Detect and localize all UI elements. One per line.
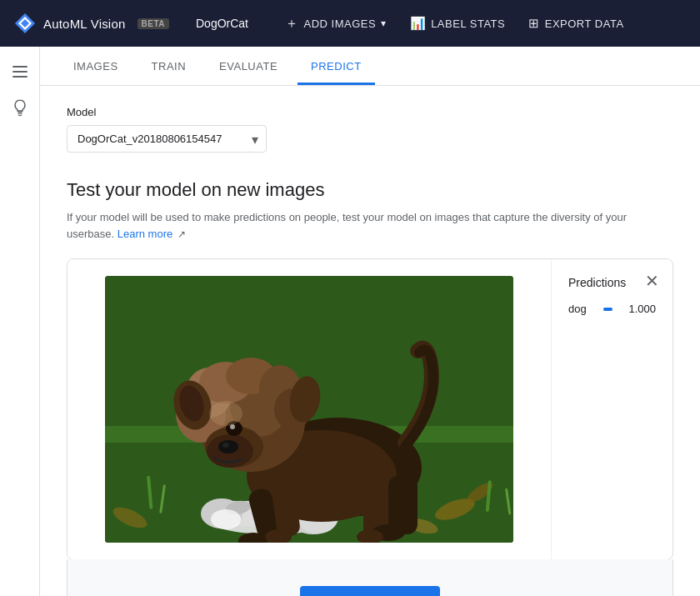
close-button[interactable]: ✕	[642, 269, 662, 293]
add-icon: ＋	[285, 15, 299, 33]
image-section	[68, 259, 551, 559]
tabs-bar: IMAGES TRAIN EVALUATE PREDICT	[40, 47, 700, 86]
learn-more-link[interactable]: Learn more	[118, 228, 172, 240]
predictions-section: ✕ Predictions dog 1.000	[551, 259, 672, 559]
test-description: If your model will be used to make predi…	[67, 209, 673, 242]
sidebar	[0, 47, 40, 596]
sidebar-menu-icon[interactable]	[5, 57, 35, 87]
top-navigation: AutoML Vision BETA DogOrCat ＋ ADD IMAGES…	[0, 0, 700, 47]
image-panel: ✕ Predictions dog 1.000	[67, 258, 673, 560]
svg-rect-6	[18, 111, 22, 113]
test-heading: Test your model on new images	[67, 179, 673, 201]
prediction-row: dog 1.000	[568, 303, 656, 315]
page-body: Model DogOrCat_v20180806154547 ▾ Test yo…	[40, 86, 700, 596]
app-name: AutoML Vision	[43, 17, 126, 31]
model-select-wrapper: DogOrCat_v20180806154547 ▾	[67, 125, 267, 153]
export-data-button[interactable]: ⊞ EXPORT DATA	[518, 11, 633, 36]
svg-point-22	[211, 509, 241, 529]
svg-point-57	[209, 401, 242, 426]
prediction-bar-wrapper	[603, 308, 612, 311]
google-cloud-icon	[13, 12, 37, 35]
beta-badge: BETA	[138, 18, 169, 29]
model-label: Model	[67, 106, 673, 118]
prediction-value: 1.000	[622, 303, 656, 315]
tab-train[interactable]: TRAIN	[138, 47, 200, 85]
app-logo: AutoML Vision BETA	[13, 12, 169, 35]
tab-predict[interactable]: PREDICT	[298, 47, 375, 85]
sidebar-bulb-icon[interactable]	[5, 93, 35, 123]
model-select[interactable]: DogOrCat_v20180806154547	[67, 125, 267, 153]
export-icon: ⊞	[528, 16, 540, 31]
tab-images[interactable]: IMAGES	[60, 47, 132, 85]
label-stats-button[interactable]: 📊 LABEL STATS	[400, 11, 516, 36]
export-data-label: EXPORT DATA	[545, 18, 624, 30]
tab-evaluate[interactable]: EVALUATE	[206, 47, 291, 85]
add-images-button[interactable]: ＋ ADD IMAGES ▾	[275, 10, 397, 38]
main-content: IMAGES TRAIN EVALUATE PREDICT Model DogO…	[40, 47, 700, 596]
add-images-label: ADD IMAGES	[304, 18, 377, 30]
chevron-down-icon: ▾	[381, 18, 387, 29]
external-link-icon: ↗	[178, 228, 186, 240]
svg-point-44	[218, 440, 238, 453]
svg-rect-5	[12, 76, 28, 78]
label-stats-label: LABEL STATS	[431, 18, 505, 30]
dog-image	[105, 276, 513, 543]
svg-point-45	[222, 443, 229, 448]
bar-chart-icon: 📊	[410, 16, 427, 31]
prediction-label: dog	[568, 303, 593, 315]
upload-section: UPLOAD IMAGES	[67, 559, 673, 596]
svg-rect-7	[18, 113, 22, 114]
svg-rect-3	[12, 66, 28, 68]
svg-rect-4	[12, 71, 28, 73]
upload-images-button[interactable]: UPLOAD IMAGES	[300, 586, 440, 596]
project-name: DogOrCat	[189, 17, 255, 30]
prediction-bar	[603, 308, 612, 311]
page-layout: IMAGES TRAIN EVALUATE PREDICT Model DogO…	[0, 47, 700, 596]
dog-image-svg	[105, 276, 513, 543]
nav-actions: ＋ ADD IMAGES ▾ 📊 LABEL STATS ⊞ EXPORT DA…	[275, 10, 634, 38]
